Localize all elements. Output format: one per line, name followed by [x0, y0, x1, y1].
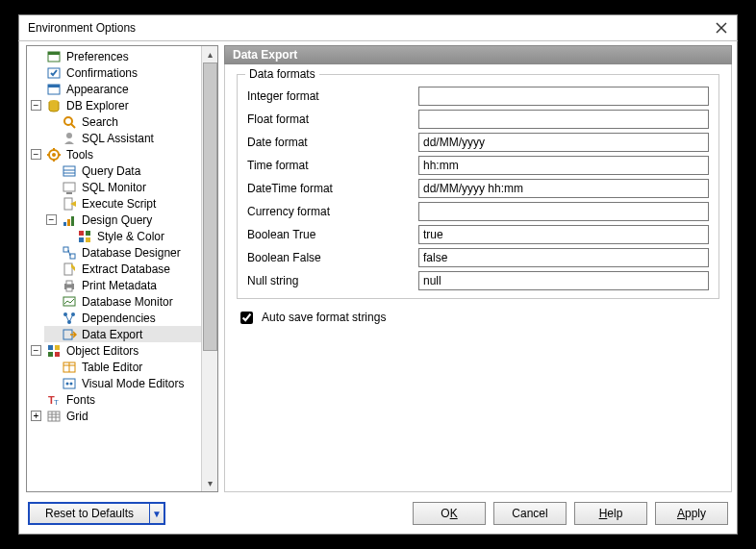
- execute-script-icon: [62, 196, 77, 212]
- date-format-label: Date format: [247, 136, 411, 149]
- scroll-thumb[interactable]: [203, 62, 217, 351]
- svg-rect-20: [67, 219, 70, 226]
- tree-item-confirmations[interactable]: Confirmations: [29, 64, 201, 81]
- scroll-down-icon[interactable]: ▾: [202, 475, 217, 491]
- tree-item-object-editors[interactable]: −Object Editors: [29, 342, 201, 359]
- style-color-icon: [77, 229, 92, 244]
- svg-point-10: [66, 133, 72, 138]
- tree-item-style-color[interactable]: Style & Color: [60, 228, 201, 244]
- expand-icon[interactable]: +: [31, 411, 41, 421]
- date-format-input[interactable]: [418, 133, 709, 152]
- svg-point-8: [64, 117, 72, 125]
- svg-point-47: [70, 382, 73, 385]
- tree-item-database-monitor[interactable]: Database Monitor: [44, 293, 201, 310]
- tree-item-sql-assistant[interactable]: SQL Assistant: [44, 130, 201, 146]
- boolean-true-input[interactable]: [418, 225, 709, 244]
- search-icon: [62, 114, 77, 130]
- svg-rect-22: [79, 231, 84, 236]
- svg-rect-45: [63, 379, 75, 388]
- tree-item-tools[interactable]: −Tools: [29, 146, 201, 162]
- tree-item-table-editor[interactable]: Table Editor: [44, 359, 201, 375]
- collapse-icon[interactable]: −: [31, 149, 41, 160]
- currency-format-input[interactable]: [418, 202, 709, 221]
- tree-item-query-data[interactable]: Query Data: [44, 162, 201, 179]
- tree-item-extract-database[interactable]: Extract Database: [44, 261, 201, 277]
- navigation-tree: Preferences Confirmations Appearance −DB…: [26, 45, 218, 492]
- data-export-icon: [62, 327, 77, 342]
- boolean-false-input[interactable]: [418, 248, 709, 267]
- collapse-icon[interactable]: −: [46, 214, 57, 225]
- scroll-up-icon[interactable]: ▴: [202, 46, 217, 62]
- svg-rect-27: [70, 254, 75, 259]
- tree-item-print-metadata[interactable]: Print Metadata: [44, 277, 201, 293]
- reset-dropdown-arrow-icon[interactable]: ▼: [150, 504, 164, 523]
- titlebar: Environment Options: [18, 14, 738, 41]
- auto-save-checkbox[interactable]: [240, 312, 253, 324]
- tree-item-database-designer[interactable]: Database Designer: [44, 244, 201, 261]
- svg-rect-25: [86, 237, 90, 242]
- confirmations-icon: [46, 65, 62, 81]
- tree-item-design-query[interactable]: −Design Query: [44, 212, 201, 228]
- tree-item-preferences[interactable]: Preferences: [29, 48, 201, 64]
- close-icon: [716, 22, 727, 34]
- time-format-input[interactable]: [418, 156, 709, 175]
- cancel-button[interactable]: Cancel: [493, 502, 567, 525]
- svg-rect-32: [66, 287, 72, 291]
- reset-defaults-button[interactable]: Reset to Defaults ▼: [28, 502, 165, 525]
- dialog-footer: Reset to Defaults ▼ OK Cancel Help Apply: [18, 492, 738, 535]
- tree-item-execute-script[interactable]: Execute Script: [44, 195, 201, 212]
- apply-button[interactable]: Apply: [655, 502, 728, 525]
- datetime-format-label: DateTime format: [247, 182, 411, 195]
- svg-rect-38: [48, 345, 53, 350]
- dialog-window: Environment Options Preferences Confirma…: [17, 13, 739, 536]
- svg-rect-26: [63, 247, 68, 252]
- svg-rect-21: [71, 216, 74, 226]
- datetime-format-input[interactable]: [418, 179, 709, 198]
- integer-format-input[interactable]: [418, 87, 709, 106]
- svg-rect-31: [66, 281, 72, 285]
- tree-item-search[interactable]: Search: [44, 113, 201, 130]
- design-query-icon: [62, 212, 77, 228]
- group-legend: Data formats: [245, 67, 319, 81]
- tree-item-appearance[interactable]: Appearance: [29, 81, 201, 97]
- float-format-input[interactable]: [418, 110, 709, 129]
- collapse-icon[interactable]: −: [31, 345, 41, 356]
- svg-line-9: [71, 124, 75, 128]
- svg-rect-40: [48, 352, 53, 357]
- tree-item-visual-mode-editors[interactable]: Visual Mode Editors: [44, 375, 201, 391]
- svg-rect-39: [55, 345, 60, 350]
- integer-format-label: Integer format: [247, 89, 411, 103]
- null-string-label: Null string: [247, 274, 411, 287]
- tree-item-fonts[interactable]: TTFonts: [29, 391, 201, 408]
- svg-rect-6: [48, 85, 60, 87]
- svg-point-46: [66, 382, 69, 385]
- table-editor-icon: [62, 360, 77, 375]
- tree-item-data-export[interactable]: Data Export: [44, 326, 201, 342]
- appearance-icon: [46, 82, 62, 97]
- extract-database-icon: [62, 262, 77, 277]
- tree-item-grid[interactable]: +Grid: [29, 408, 201, 424]
- data-formats-group: Data formats Integer format Float format…: [237, 74, 719, 299]
- collapse-icon[interactable]: −: [31, 100, 41, 111]
- svg-rect-29: [64, 263, 72, 275]
- ok-button[interactable]: OK: [413, 502, 486, 525]
- float-format-label: Float format: [247, 112, 411, 126]
- svg-text:T: T: [54, 398, 59, 407]
- content-panel: Data Export Data formats Integer format …: [224, 45, 732, 492]
- auto-save-label: Auto save format strings: [262, 311, 386, 324]
- currency-format-label: Currency format: [247, 205, 411, 218]
- fonts-icon: TT: [46, 392, 62, 408]
- dependencies-icon: [62, 311, 77, 326]
- null-string-input[interactable]: [418, 271, 709, 290]
- help-button[interactable]: Help: [574, 502, 647, 525]
- tree-scrollbar[interactable]: ▴ ▾: [201, 46, 217, 491]
- tree-item-db-explorer[interactable]: −DB Explorer: [29, 97, 201, 113]
- svg-rect-17: [66, 192, 72, 194]
- close-button[interactable]: [711, 17, 732, 38]
- tree-item-dependencies[interactable]: Dependencies: [44, 310, 201, 326]
- database-monitor-icon: [62, 294, 77, 310]
- tree-item-sql-monitor[interactable]: SQL Monitor: [44, 179, 201, 195]
- window-title: Environment Options: [28, 21, 711, 35]
- boolean-false-label: Boolean False: [247, 251, 411, 264]
- sql-monitor-icon: [62, 180, 77, 195]
